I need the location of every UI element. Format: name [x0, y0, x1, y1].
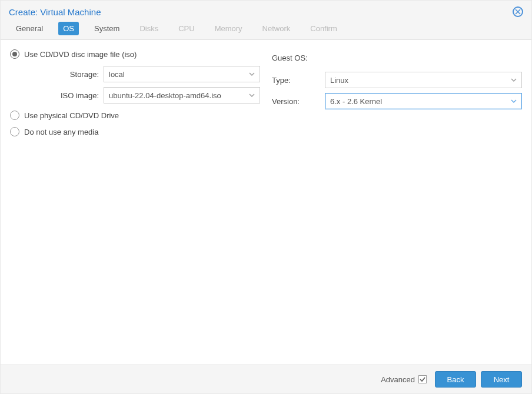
tab-cpu: CPU	[174, 22, 199, 35]
tab-disks: Disks	[135, 22, 163, 35]
tab-system[interactable]: System	[89, 22, 124, 35]
radio-use-physical[interactable]: Use physical CD/DVD Drive	[10, 111, 260, 120]
iso-image-select[interactable]: ubuntu-22.04-desktop-amd64.iso	[104, 87, 260, 103]
radio-label: Use physical CD/DVD Drive	[24, 111, 119, 120]
iso-image-label: ISO image:	[24, 91, 104, 100]
check-icon	[420, 376, 425, 382]
tab-os[interactable]: OS	[58, 22, 79, 35]
os-version-label: Version:	[272, 97, 325, 106]
titlebar: Create: Virtual Machine	[1, 1, 531, 22]
chevron-down-icon	[511, 77, 517, 83]
chevron-down-icon	[511, 98, 517, 104]
os-type-label: Type:	[272, 76, 325, 85]
radio-label: Use CD/DVD disc image file (iso)	[24, 50, 137, 59]
guest-os-column: Guest OS: Type: Linux Version: 6.x - 2.6…	[272, 49, 522, 143]
storage-select[interactable]: local	[104, 66, 260, 82]
os-version-value: 6.x - 2.6 Kernel	[330, 97, 382, 106]
chevron-down-icon	[249, 92, 255, 98]
back-button[interactable]: Back	[435, 371, 476, 388]
wizard-tabs: General OS System Disks CPU Memory Netwo…	[1, 22, 531, 39]
media-column: Use CD/DVD disc image file (iso) Storage…	[10, 49, 260, 143]
os-type-select[interactable]: Linux	[325, 72, 522, 88]
dialog-create-vm: Create: Virtual Machine General OS Syste…	[0, 0, 532, 394]
os-type-value: Linux	[330, 76, 348, 85]
advanced-toggle[interactable]: Advanced	[381, 375, 427, 384]
radio-label: Do not use any media	[24, 128, 98, 136]
radio-icon	[10, 127, 19, 136]
next-button[interactable]: Next	[481, 371, 522, 388]
os-version-select[interactable]: 6.x - 2.6 Kernel	[325, 93, 522, 109]
radio-icon	[10, 111, 19, 120]
tab-general[interactable]: General	[11, 22, 48, 35]
guest-os-heading: Guest OS:	[272, 54, 308, 62]
storage-label: Storage:	[24, 70, 104, 79]
tab-panel-os: Use CD/DVD disc image file (iso) Storage…	[1, 39, 531, 365]
close-button[interactable]	[513, 6, 523, 17]
radio-no-media[interactable]: Do not use any media	[10, 127, 260, 136]
chevron-down-icon	[249, 71, 255, 77]
close-icon	[515, 9, 521, 15]
dialog-footer: Advanced Back Next	[1, 365, 531, 393]
tab-network: Network	[258, 22, 295, 35]
iso-image-value: ubuntu-22.04-desktop-amd64.iso	[109, 91, 221, 100]
advanced-checkbox	[418, 375, 427, 383]
dialog-title: Create: Virtual Machine	[9, 7, 101, 17]
tab-memory: Memory	[210, 22, 247, 35]
tab-confirm: Confirm	[305, 22, 342, 35]
advanced-label: Advanced	[381, 375, 415, 384]
radio-use-iso[interactable]: Use CD/DVD disc image file (iso)	[10, 49, 260, 59]
radio-icon	[10, 49, 19, 59]
storage-value: local	[109, 70, 125, 79]
